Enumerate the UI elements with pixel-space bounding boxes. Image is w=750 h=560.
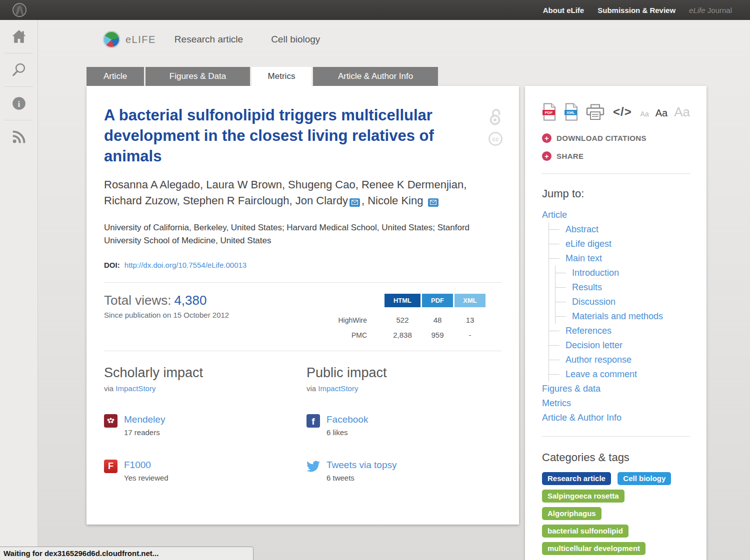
pmc-pdf-count: 959 [422,331,453,339]
site-top-bar: About eLife Submission & Review eLife Jo… [0,0,750,20]
doi-link[interactable]: http://dx.doi.org/10.7554/eLife.00013 [124,261,246,269]
info-button[interactable]: i [0,87,38,120]
elife-wordmark[interactable]: eLIFE [126,34,156,45]
email-corresponding-icon[interactable] [428,198,438,207]
tab-article[interactable]: Article [86,67,144,86]
tag-cell-biology[interactable]: Cell biology [618,472,671,485]
open-access-icon[interactable] [488,108,503,126]
tag-algoriphagus[interactable]: Algoriphagus [542,507,602,520]
highwire-pdf-count: 48 [422,316,453,324]
status-text: Waiting for dex3165296d6d.cloudfront.net… [4,549,158,558]
rss-icon [12,130,26,144]
font-size-large-button[interactable]: Aa [674,104,690,120]
tab-figures-data[interactable]: Figures & Data [146,67,250,86]
download-xml-button[interactable]: XML [564,103,579,121]
categories-tags-heading: Categories & tags [542,451,690,464]
font-size-small-button[interactable]: Aa [640,110,649,118]
mendeley-readers-count: 17 readers [124,428,165,437]
facebook-icon[interactable]: f [306,414,320,428]
doi-line: DOI: http://dx.doi.org/10.7554/eLife.000… [104,261,502,269]
email-corresponding-icon[interactable] [350,198,360,207]
elife-emblem-icon[interactable] [12,3,26,17]
jump-link-discussion[interactable]: Discussion [556,295,690,309]
f1000-link[interactable]: F1000 [124,460,168,471]
jump-link-elife-digest[interactable]: eLife digest [549,237,690,251]
f1000-icon[interactable]: F [104,460,118,473]
creative-commons-icon[interactable]: cc [488,131,503,146]
browser-viewport: About eLife Submission & Review eLife Jo… [0,0,750,560]
plus-icon: + [542,151,552,161]
jump-link-metrics[interactable]: Metrics [542,396,690,411]
tweets-topsy-link[interactable]: Tweets via topsy [326,460,396,471]
jump-link-references[interactable]: References [549,324,690,338]
twitter-icon[interactable] [306,460,320,473]
journal-brand-text: eLife [689,6,706,14]
pmc-xml-count: - [454,331,486,339]
table-row: PMC 2,838 959 - [336,331,502,339]
tag-research-article[interactable]: Research article [542,472,611,485]
highwire-html-count: 522 [384,316,420,324]
jump-link-decision-letter[interactable]: Decision letter [549,338,690,353]
column-header-pdf: PDF [422,294,453,307]
info-icon: i [12,96,26,110]
jump-link-leave-comment[interactable]: Leave a comment [549,367,690,382]
twitter-item: Tweets via topsy 6 tweets [306,460,502,482]
view-source-button[interactable]: </> [613,105,632,119]
facebook-link[interactable]: Facebook [326,414,368,425]
f1000-item: F F1000 Yes reviewed [104,460,306,482]
tag-salpingoeca-rosetta[interactable]: Salpingoeca rosetta [542,490,624,503]
table-row: HighWire 522 48 13 [336,316,502,324]
category-link[interactable]: Cell biology [271,34,320,45]
nav-about-elife[interactable]: About eLife [543,6,584,14]
tab-article-author-info[interactable]: Article & Author Info [313,67,438,86]
panel-divider [542,436,690,437]
public-impact-column: Public impact via ImpactStory f Facebook… [306,365,502,482]
nav-elife-journal[interactable]: eLife Journal [689,6,732,14]
jump-link-author-response[interactable]: Author response [549,353,690,367]
rss-button[interactable] [0,120,38,153]
affiliations: University of California, Berkeley, Unit… [104,221,500,247]
svg-text:PDF: PDF [545,110,553,115]
impactstory-link[interactable]: ImpactStory [116,384,156,393]
font-size-medium-button[interactable]: Aa [656,107,668,119]
jump-link-abstract[interactable]: Abstract [549,222,690,237]
jump-link-article[interactable]: Article [542,208,690,222]
tag-multicellular-development[interactable]: multicellular development [542,542,646,555]
public-impact-heading: Public impact [306,365,502,381]
mendeley-icon[interactable] [104,414,118,428]
download-citations-button[interactable]: + DOWNLOAD CITATIONS [542,133,690,143]
jump-link-figures-data[interactable]: Figures & data [542,382,690,396]
authors-text-2: Nicole King [368,194,423,207]
svg-text:cc: cc [492,136,499,143]
article-type-link[interactable]: Research article [174,34,243,45]
mendeley-link[interactable]: Mendeley [124,414,165,425]
license-badges: cc [488,108,503,146]
jump-link-results[interactable]: Results [556,280,690,295]
impactstory-link[interactable]: ImpactStory [318,384,358,393]
jump-link-article-author-info[interactable]: Article & Author Info [542,411,690,425]
pdf-file-icon: PDF [542,103,557,121]
download-pdf-button[interactable]: PDF [542,103,557,121]
panel-divider [542,173,690,174]
print-button[interactable] [586,104,604,120]
share-button[interactable]: + SHARE [542,151,690,161]
jump-link-introduction[interactable]: Introduction [556,266,690,280]
impact-section: Scholarly impact via ImpactStory Mend [104,351,502,482]
home-button[interactable] [0,20,38,53]
row-source-pmc: PMC [336,331,383,339]
jump-link-materials-methods[interactable]: Materials and methods [556,309,690,324]
tab-metrics[interactable]: Metrics [252,67,312,86]
row-source-highwire: HighWire [336,316,383,324]
svg-text:XML: XML [566,110,575,115]
total-views-value: 4,380 [174,293,206,308]
jump-link-main-text[interactable]: Main text [549,251,690,266]
facebook-likes-count: 6 likes [326,428,368,437]
column-header-xml: XML [454,294,486,307]
nav-submission-review[interactable]: Submission & Review [598,6,676,14]
via-text: via [104,384,114,393]
elife-logo-icon[interactable] [103,31,120,48]
tag-bacterial-sulfonolipid[interactable]: bacterial sulfonolipid [542,525,628,538]
search-button[interactable] [0,53,38,86]
author-list: Rosanna A Alegado, Laura W Brown, Shugen… [104,177,476,209]
font-size-controls: Aa Aa Aa [640,104,690,120]
